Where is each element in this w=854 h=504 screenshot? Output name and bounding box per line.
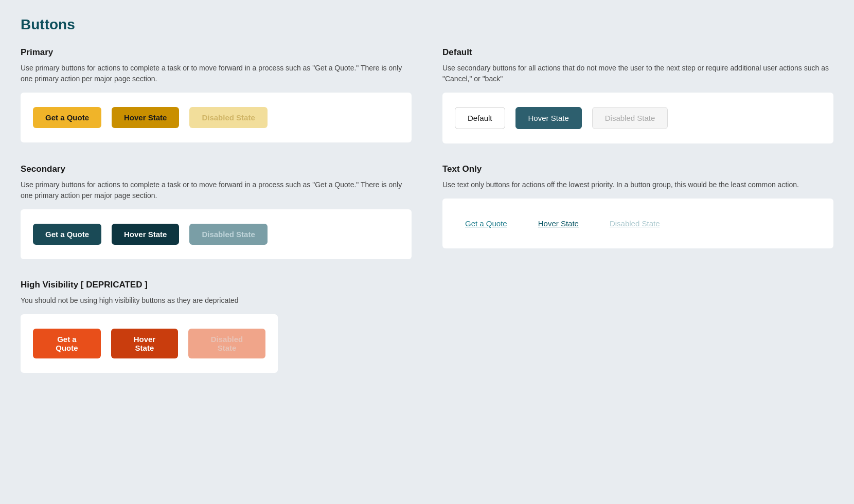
primary-description: Use primary buttons for actions to compl… [21, 63, 412, 84]
secondary-title: Secondary [21, 164, 412, 174]
default-hover-button[interactable]: Hover State [515, 107, 582, 129]
secondary-normal-button[interactable]: Get a Quote [33, 224, 101, 245]
default-description: Use secondary buttons for all actions th… [442, 63, 833, 84]
section-high-visibility: High Visibility [ DEPRICATED ] You shoul… [21, 280, 833, 373]
text-disabled-button: Disabled State [599, 213, 670, 234]
primary-title: Primary [21, 47, 412, 58]
primary-demo: Get a Quote Hover State Disabled State [21, 93, 412, 142]
high-hover-button[interactable]: Hover State [111, 329, 178, 358]
default-normal-button[interactable]: Default [455, 107, 505, 129]
default-demo: Default Hover State Disabled State [442, 93, 833, 143]
text-only-title: Text Only [442, 164, 833, 174]
default-disabled-button: Disabled State [592, 107, 668, 129]
secondary-hover-button[interactable]: Hover State [112, 224, 179, 245]
text-hover-button[interactable]: Hover State [528, 213, 589, 234]
page-title: Buttons [21, 16, 833, 33]
section-primary: Primary Use primary buttons for actions … [21, 47, 412, 143]
text-only-description: Use text only buttons for actions off th… [442, 179, 833, 190]
text-only-demo: Get a Quote Hover State Disabled State [442, 199, 833, 248]
high-visibility-demo: Get a Quote Hover State Disabled State [21, 314, 278, 373]
secondary-disabled-button: Disabled State [189, 224, 267, 245]
primary-disabled-button: Disabled State [189, 107, 267, 128]
high-disabled-button: Disabled State [188, 329, 265, 358]
primary-normal-button[interactable]: Get a Quote [33, 107, 101, 128]
text-normal-button[interactable]: Get a Quote [455, 213, 518, 234]
high-normal-button[interactable]: Get a Quote [33, 329, 101, 358]
section-default: Default Use secondary buttons for all ac… [442, 47, 833, 143]
high-visibility-description: You should not be using high visibility … [21, 295, 833, 306]
section-secondary: Secondary Use primary buttons for action… [21, 164, 412, 259]
section-text-only: Text Only Use text only buttons for acti… [442, 164, 833, 259]
secondary-demo: Get a Quote Hover State Disabled State [21, 209, 412, 259]
primary-hover-button[interactable]: Hover State [112, 107, 179, 128]
secondary-description: Use primary buttons for actions to compl… [21, 179, 412, 201]
default-title: Default [442, 47, 833, 58]
high-visibility-title: High Visibility [ DEPRICATED ] [21, 280, 833, 290]
